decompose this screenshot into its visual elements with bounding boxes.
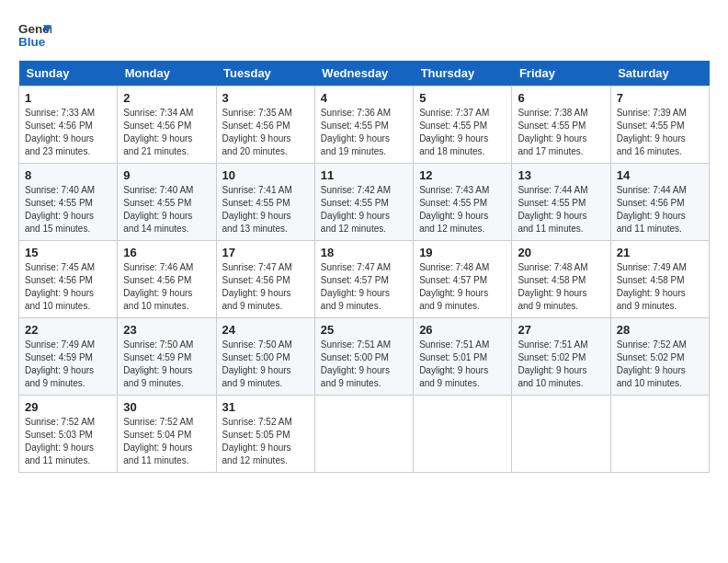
day-number: 20 — [518, 246, 604, 259]
day-cell-24: 24 Sunrise: 7:50 AMSunset: 5:00 PMDaylig… — [216, 318, 314, 396]
day-info: Sunrise: 7:40 AMSunset: 4:55 PMDaylight:… — [25, 185, 95, 234]
day-info: Sunrise: 7:49 AMSunset: 4:59 PMDaylight:… — [25, 339, 95, 388]
day-cell-18: 18 Sunrise: 7:47 AMSunset: 4:57 PMDaylig… — [314, 241, 413, 318]
day-cell-29: 29 Sunrise: 7:52 AMSunset: 5:03 PMDaylig… — [19, 396, 118, 473]
day-info: Sunrise: 7:38 AMSunset: 4:55 PMDaylight:… — [518, 108, 587, 156]
day-cell-3: 3 Sunrise: 7:35 AMSunset: 4:56 PMDayligh… — [216, 86, 314, 164]
day-info: Sunrise: 7:33 AMSunset: 4:56 PMDaylight:… — [25, 108, 95, 156]
day-info: Sunrise: 7:44 AMSunset: 4:55 PMDaylight:… — [518, 185, 587, 234]
empty-cell — [314, 396, 413, 473]
day-cell-21: 21 Sunrise: 7:49 AMSunset: 4:58 PMDaylig… — [610, 241, 709, 318]
logo: General Blue — [18, 18, 51, 52]
day-number: 2 — [123, 91, 210, 105]
empty-cell — [512, 396, 610, 473]
weekday-header-sunday: Sunday — [19, 61, 118, 86]
day-info: Sunrise: 7:40 AMSunset: 4:55 PMDaylight:… — [123, 185, 193, 234]
day-cell-1: 1 Sunrise: 7:33 AMSunset: 4:56 PMDayligh… — [19, 86, 118, 164]
day-info: Sunrise: 7:52 AMSunset: 5:02 PMDaylight:… — [617, 339, 687, 388]
weekday-header-row: SundayMondayTuesdayWednesdayThursdayFrid… — [19, 61, 710, 86]
day-info: Sunrise: 7:44 AMSunset: 4:56 PMDaylight:… — [617, 185, 687, 234]
day-cell-17: 17 Sunrise: 7:47 AMSunset: 4:56 PMDaylig… — [216, 241, 314, 318]
day-cell-30: 30 Sunrise: 7:52 AMSunset: 5:04 PMDaylig… — [118, 396, 216, 473]
day-cell-11: 11 Sunrise: 7:42 AMSunset: 4:55 PMDaylig… — [314, 164, 413, 241]
day-info: Sunrise: 7:52 AMSunset: 5:04 PMDaylight:… — [123, 417, 193, 465]
day-info: Sunrise: 7:41 AMSunset: 4:55 PMDaylight:… — [222, 185, 292, 234]
day-number: 9 — [123, 168, 210, 182]
day-cell-27: 27 Sunrise: 7:51 AMSunset: 5:02 PMDaylig… — [512, 318, 610, 396]
header: General Blue — [18, 18, 710, 52]
week-row-2: 8 Sunrise: 7:40 AMSunset: 4:55 PMDayligh… — [19, 164, 710, 241]
day-cell-19: 19 Sunrise: 7:48 AMSunset: 4:57 PMDaylig… — [414, 241, 512, 318]
day-number: 23 — [123, 323, 210, 337]
day-cell-7: 7 Sunrise: 7:39 AMSunset: 4:55 PMDayligh… — [610, 86, 709, 164]
day-number: 18 — [321, 246, 407, 259]
day-cell-25: 25 Sunrise: 7:51 AMSunset: 5:00 PMDaylig… — [314, 318, 413, 396]
empty-cell — [610, 396, 709, 473]
day-cell-16: 16 Sunrise: 7:46 AMSunset: 4:56 PMDaylig… — [118, 241, 216, 318]
day-number: 5 — [419, 91, 506, 105]
weekday-header-thursday: Thursday — [414, 61, 512, 86]
day-number: 27 — [518, 323, 604, 337]
day-cell-22: 22 Sunrise: 7:49 AMSunset: 4:59 PMDaylig… — [19, 318, 118, 396]
day-info: Sunrise: 7:48 AMSunset: 4:58 PMDaylight:… — [518, 262, 587, 311]
day-cell-9: 9 Sunrise: 7:40 AMSunset: 4:55 PMDayligh… — [118, 164, 216, 241]
day-number: 31 — [222, 400, 309, 414]
day-number: 22 — [25, 323, 111, 337]
calendar-table: SundayMondayTuesdayWednesdayThursdayFrid… — [18, 61, 710, 473]
week-row-4: 22 Sunrise: 7:49 AMSunset: 4:59 PMDaylig… — [19, 318, 710, 396]
day-number: 29 — [25, 400, 111, 414]
day-info: Sunrise: 7:52 AMSunset: 5:03 PMDaylight:… — [25, 417, 95, 465]
day-cell-4: 4 Sunrise: 7:36 AMSunset: 4:55 PMDayligh… — [314, 86, 413, 164]
logo-icon: General Blue — [18, 18, 51, 52]
weekday-header-monday: Monday — [118, 61, 216, 86]
day-number: 8 — [25, 168, 111, 182]
day-cell-15: 15 Sunrise: 7:45 AMSunset: 4:56 PMDaylig… — [19, 241, 118, 318]
day-info: Sunrise: 7:51 AMSunset: 5:02 PMDaylight:… — [518, 339, 587, 388]
day-number: 14 — [617, 168, 703, 182]
day-info: Sunrise: 7:51 AMSunset: 5:00 PMDaylight:… — [321, 339, 391, 388]
day-number: 19 — [419, 246, 506, 259]
day-cell-31: 31 Sunrise: 7:52 AMSunset: 5:05 PMDaylig… — [216, 396, 314, 473]
day-info: Sunrise: 7:47 AMSunset: 4:56 PMDaylight:… — [222, 262, 292, 311]
day-number: 26 — [419, 323, 506, 337]
day-info: Sunrise: 7:35 AMSunset: 4:56 PMDaylight:… — [222, 108, 292, 156]
day-number: 17 — [222, 246, 309, 259]
day-info: Sunrise: 7:49 AMSunset: 4:58 PMDaylight:… — [617, 262, 687, 311]
day-info: Sunrise: 7:39 AMSunset: 4:55 PMDaylight:… — [617, 108, 687, 156]
day-info: Sunrise: 7:51 AMSunset: 5:01 PMDaylight:… — [419, 339, 489, 388]
day-number: 1 — [25, 91, 111, 105]
week-row-3: 15 Sunrise: 7:45 AMSunset: 4:56 PMDaylig… — [19, 241, 710, 318]
day-cell-10: 10 Sunrise: 7:41 AMSunset: 4:55 PMDaylig… — [216, 164, 314, 241]
svg-text:Blue: Blue — [18, 35, 46, 49]
day-cell-14: 14 Sunrise: 7:44 AMSunset: 4:56 PMDaylig… — [610, 164, 709, 241]
day-number: 10 — [222, 168, 309, 182]
day-info: Sunrise: 7:52 AMSunset: 5:05 PMDaylight:… — [222, 417, 292, 465]
day-number: 21 — [617, 246, 703, 259]
day-number: 13 — [518, 168, 604, 182]
weekday-header-wednesday: Wednesday — [314, 61, 413, 86]
day-info: Sunrise: 7:36 AMSunset: 4:55 PMDaylight:… — [321, 108, 391, 156]
day-cell-13: 13 Sunrise: 7:44 AMSunset: 4:55 PMDaylig… — [512, 164, 610, 241]
day-cell-6: 6 Sunrise: 7:38 AMSunset: 4:55 PMDayligh… — [512, 86, 610, 164]
day-number: 25 — [321, 323, 407, 337]
weekday-header-tuesday: Tuesday — [216, 61, 314, 86]
week-row-1: 1 Sunrise: 7:33 AMSunset: 4:56 PMDayligh… — [19, 86, 710, 164]
day-info: Sunrise: 7:43 AMSunset: 4:55 PMDaylight:… — [419, 185, 489, 234]
week-row-5: 29 Sunrise: 7:52 AMSunset: 5:03 PMDaylig… — [19, 396, 710, 473]
day-cell-5: 5 Sunrise: 7:37 AMSunset: 4:55 PMDayligh… — [414, 86, 512, 164]
day-info: Sunrise: 7:50 AMSunset: 5:00 PMDaylight:… — [222, 339, 292, 388]
day-number: 28 — [617, 323, 703, 337]
day-cell-20: 20 Sunrise: 7:48 AMSunset: 4:58 PMDaylig… — [512, 241, 610, 318]
day-number: 24 — [222, 323, 309, 337]
day-info: Sunrise: 7:34 AMSunset: 4:56 PMDaylight:… — [123, 108, 193, 156]
day-number: 30 — [123, 400, 210, 414]
day-info: Sunrise: 7:48 AMSunset: 4:57 PMDaylight:… — [419, 262, 489, 311]
day-cell-28: 28 Sunrise: 7:52 AMSunset: 5:02 PMDaylig… — [610, 318, 709, 396]
day-number: 7 — [617, 91, 703, 105]
weekday-header-saturday: Saturday — [610, 61, 709, 86]
day-number: 4 — [321, 91, 407, 105]
day-cell-23: 23 Sunrise: 7:50 AMSunset: 4:59 PMDaylig… — [118, 318, 216, 396]
day-number: 6 — [518, 91, 604, 105]
weekday-header-friday: Friday — [512, 61, 610, 86]
day-info: Sunrise: 7:42 AMSunset: 4:55 PMDaylight:… — [321, 185, 391, 234]
